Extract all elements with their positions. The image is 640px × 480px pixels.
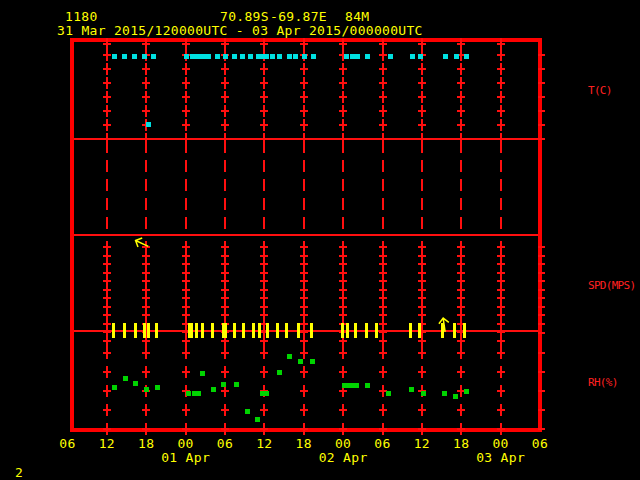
hour-tick-label: 18 xyxy=(138,436,154,451)
wind-speed-bar xyxy=(143,323,146,338)
grid-plus-tick xyxy=(418,347,426,359)
grid-plus-tick xyxy=(300,91,308,103)
grid-plus-tick xyxy=(221,105,229,117)
grid-plus-tick xyxy=(497,347,505,359)
grid-plus-tick xyxy=(418,119,426,131)
speed-axis-title: SPD(MPS) xyxy=(588,279,635,292)
humidity-point xyxy=(421,391,426,396)
grid-plus-tick xyxy=(497,91,505,103)
grid-plus-tick xyxy=(103,404,111,416)
grid-dashed-column xyxy=(500,141,502,233)
grid-plus-tick xyxy=(142,63,150,75)
grid-plus-tick xyxy=(379,335,387,347)
grid-plus-tick xyxy=(300,423,308,435)
grid-plus-tick xyxy=(182,423,190,435)
grid-plus-tick xyxy=(339,77,347,89)
temperature-point xyxy=(184,54,189,59)
date-label: 02 Apr xyxy=(319,450,368,465)
humidity-point xyxy=(200,371,205,376)
humidity-point xyxy=(211,387,216,392)
hour-tick-label: 12 xyxy=(414,436,430,451)
grid-plus-tick xyxy=(300,347,308,359)
grid-dashed-column xyxy=(263,141,265,233)
grid-plus-tick xyxy=(221,63,229,75)
temperature-axis-tick xyxy=(538,138,545,140)
temperature-point xyxy=(248,54,253,59)
wind-speed-bar xyxy=(195,323,198,338)
grid-plus-tick xyxy=(221,404,229,416)
humidity-point xyxy=(264,391,269,396)
grid-plus-tick xyxy=(457,119,465,131)
grid-plus-tick xyxy=(497,404,505,416)
grid-plus-tick xyxy=(418,77,426,89)
grid-plus-tick xyxy=(339,63,347,75)
temperature-point xyxy=(464,54,469,59)
grid-plus-tick xyxy=(260,105,268,117)
grid-plus-tick xyxy=(221,423,229,435)
temperature-point xyxy=(122,54,127,59)
wind-speed-bar xyxy=(354,323,357,338)
wind-axis-tick xyxy=(538,297,545,299)
humidity-point xyxy=(133,381,138,386)
rh-axis-title: RH(%) xyxy=(588,376,618,389)
wind-speed-bar xyxy=(297,323,300,338)
page-number: 2 xyxy=(15,465,23,480)
temperature-point xyxy=(270,54,275,59)
wind-speed-bar xyxy=(310,323,313,338)
grid-plus-tick xyxy=(379,366,387,378)
grid-plus-tick xyxy=(182,119,190,131)
humidity-point xyxy=(234,382,239,387)
grid-plus-tick xyxy=(339,404,347,416)
grid-plus-tick xyxy=(260,91,268,103)
temperature-point xyxy=(344,54,349,59)
grid-dashed-column xyxy=(106,141,108,233)
grid-plus-tick xyxy=(300,105,308,117)
grid-plus-tick xyxy=(339,119,347,131)
grid-dashed-column xyxy=(460,141,462,233)
temperature-point xyxy=(443,54,448,59)
humidity-point xyxy=(386,391,391,396)
humidity-point xyxy=(365,383,370,388)
grid-plus-tick xyxy=(142,404,150,416)
hour-tick-label: 18 xyxy=(453,436,469,451)
wind-speed-bar xyxy=(346,323,349,338)
wind-speed-bar xyxy=(365,323,368,338)
grid-plus-tick xyxy=(103,335,111,347)
hour-tick-label: 00 xyxy=(177,436,193,451)
temperature-point xyxy=(277,54,282,59)
wind-speed-bar xyxy=(285,323,288,338)
hour-tick-label: 00 xyxy=(335,436,351,451)
humidity-axis-tick xyxy=(538,390,545,392)
grid-plus-tick xyxy=(379,63,387,75)
temperature-point xyxy=(302,54,307,59)
temperature-point xyxy=(454,54,459,59)
grid-plus-tick xyxy=(339,423,347,435)
grid-plus-tick xyxy=(142,423,150,435)
wind-speed-bar xyxy=(258,323,261,338)
grid-plus-tick xyxy=(457,77,465,89)
wind-speed-bar xyxy=(201,323,204,338)
wind-speed-bar xyxy=(211,323,214,338)
humidity-point xyxy=(464,389,469,394)
temperature-point xyxy=(287,54,292,59)
wind-axis-tick xyxy=(538,332,545,334)
humidity-point xyxy=(354,383,359,388)
humidity-point xyxy=(196,391,201,396)
grid-plus-tick xyxy=(418,91,426,103)
grid-plus-tick xyxy=(339,366,347,378)
grid-plus-tick xyxy=(221,91,229,103)
grid-dashed-column xyxy=(224,141,226,233)
wind-axis-tick xyxy=(538,306,545,308)
grid-plus-tick xyxy=(457,423,465,435)
wind-speed-bar xyxy=(252,323,255,338)
grid-dashed-column xyxy=(303,141,305,233)
humidity-point xyxy=(310,359,315,364)
wind-speed-bar xyxy=(112,323,115,338)
humidity-axis-tick xyxy=(538,409,545,411)
grid-plus-tick xyxy=(142,366,150,378)
grid-plus-tick xyxy=(142,91,150,103)
grid-dashed-column xyxy=(421,141,423,233)
grid-plus-tick xyxy=(260,366,268,378)
grid-dashed-column xyxy=(185,141,187,233)
wind-axis-tick xyxy=(538,323,545,325)
